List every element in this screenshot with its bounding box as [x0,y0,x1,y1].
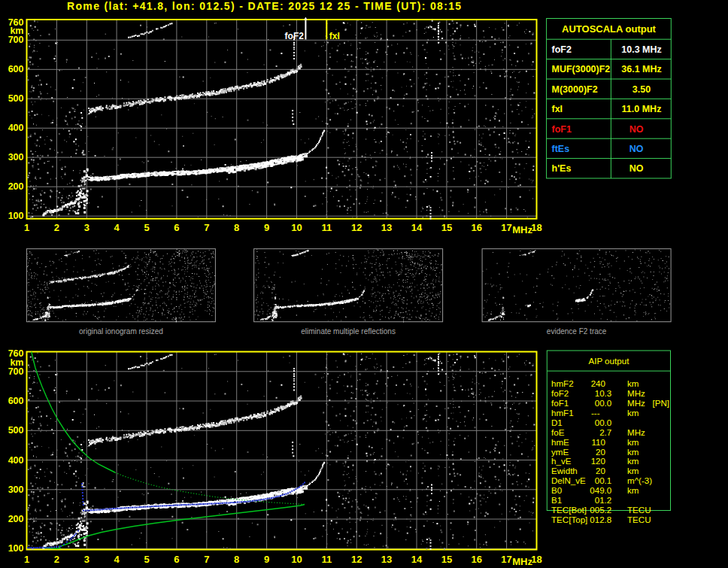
svg-text:600: 600 [8,396,24,406]
svg-text:3: 3 [84,554,89,565]
svg-text:16: 16 [471,222,481,233]
svg-text:20: 20 [596,447,605,457]
svg-text:13: 13 [381,554,392,565]
svg-text:MHz: MHz [627,398,645,408]
svg-text:original ionogram resized: original ionogram resized [79,327,163,336]
svg-text:3: 3 [84,222,89,233]
svg-text:km: km [627,485,639,495]
svg-text:AUTOSCALA output: AUTOSCALA output [562,23,657,35]
svg-text:D1: D1 [551,418,563,427]
svg-text:4: 4 [114,554,120,565]
svg-text:hmF2: hmF2 [551,378,574,388]
svg-text:M(3000)F2: M(3000)F2 [552,84,598,95]
svg-text:10: 10 [291,222,302,233]
svg-text:2.7: 2.7 [599,427,611,437]
svg-text:9: 9 [264,554,269,565]
svg-text:foF2: foF2 [552,44,572,55]
svg-text:foE: foE [551,427,565,437]
svg-text:7: 7 [204,554,209,565]
svg-text:049.0: 049.0 [590,485,611,495]
svg-text:h_vE: h_vE [551,456,572,466]
svg-text:400: 400 [8,123,24,133]
svg-text:005.2: 005.2 [590,505,611,515]
svg-text:fxI: fxI [329,31,340,41]
svg-text:fxI: fxI [552,104,563,114]
svg-text:hmE: hmE [551,437,569,447]
svg-text:14: 14 [411,222,423,233]
svg-text:eliminate multiple reflections: eliminate multiple reflections [301,327,396,336]
svg-text:20: 20 [596,466,605,475]
svg-text:km: km [10,26,23,36]
svg-text:1: 1 [24,554,29,565]
svg-text:MUF(3000)F2: MUF(3000)F2 [552,64,611,74]
svg-text:foF1: foF1 [552,124,572,135]
svg-text:17: 17 [501,554,511,565]
svg-text:17: 17 [501,222,511,233]
svg-text:11.0 MHz: 11.0 MHz [622,104,662,114]
svg-text:km: km [627,378,639,388]
svg-text:Rome (lat: +41.8, lon: 012.5): Rome (lat: +41.8, lon: 012.5) - DATE: 20… [67,0,462,12]
svg-text:01.2: 01.2 [595,495,612,505]
svg-text:MHz: MHz [627,427,645,437]
svg-text:00.0: 00.0 [595,398,612,408]
svg-text:15: 15 [441,554,452,565]
svg-text:2: 2 [54,554,59,565]
svg-text:200: 200 [8,514,24,524]
svg-text:TEC[Bot]: TEC[Bot] [551,505,587,515]
svg-text:2: 2 [54,222,59,233]
svg-text:10: 10 [291,554,302,565]
svg-text:ymE: ymE [551,447,569,457]
svg-text:DelN_vE: DelN_vE [551,475,586,485]
svg-text:110: 110 [592,437,605,447]
svg-text:AIP output: AIP output [588,356,629,366]
svg-text:13: 13 [381,222,392,233]
svg-text:10.3: 10.3 [595,388,612,398]
svg-text:100: 100 [8,211,24,221]
svg-text:NO: NO [629,144,644,154]
svg-text:km: km [627,437,639,447]
svg-text:120: 120 [591,456,605,466]
svg-text:TECU: TECU [627,515,651,524]
svg-text:10.3 MHz: 10.3 MHz [621,44,662,55]
svg-text:11: 11 [321,222,332,233]
svg-text:400: 400 [8,455,24,466]
svg-text:[PN]: [PN] [653,398,670,408]
svg-text:foF2: foF2 [285,31,305,41]
svg-text:15: 15 [441,222,452,233]
svg-text:MHz: MHz [512,224,532,235]
svg-text:11: 11 [321,554,332,565]
svg-text:evidence F2 trace: evidence F2 trace [547,327,607,336]
svg-text:m^(-3): m^(-3) [627,475,652,485]
svg-text:240: 240 [591,378,605,388]
svg-text:7: 7 [204,222,209,233]
svg-text:foF2: foF2 [551,388,569,398]
svg-text:h'Es: h'Es [552,163,572,174]
svg-text:1: 1 [24,222,29,233]
svg-text:8: 8 [234,554,239,565]
svg-text:12: 12 [351,554,362,565]
svg-text:5: 5 [144,222,149,233]
svg-text:km: km [627,447,639,457]
svg-text:TECU: TECU [627,505,651,515]
svg-text:MHz: MHz [627,388,645,398]
svg-text:18: 18 [531,222,541,233]
svg-text:MHz: MHz [512,556,532,567]
svg-text:500: 500 [8,425,24,436]
svg-text:6: 6 [174,222,179,233]
svg-text:012.8: 012.8 [590,515,611,524]
svg-text:500: 500 [8,93,24,104]
svg-text:18: 18 [531,554,541,565]
svg-text:4: 4 [114,222,120,233]
svg-text:16: 16 [471,554,481,565]
svg-text:36.1 MHz: 36.1 MHz [621,64,662,74]
svg-text:---: --- [591,408,600,418]
svg-text:km: km [10,357,23,368]
svg-text:km: km [627,466,639,475]
svg-text:B0: B0 [551,485,562,495]
svg-text:NO: NO [629,163,644,174]
svg-text:200: 200 [8,181,24,192]
svg-text:700: 700 [8,366,24,377]
svg-text:km: km [627,408,639,418]
svg-text:TEC[Top]: TEC[Top] [551,515,587,524]
svg-text:B1: B1 [551,495,562,505]
